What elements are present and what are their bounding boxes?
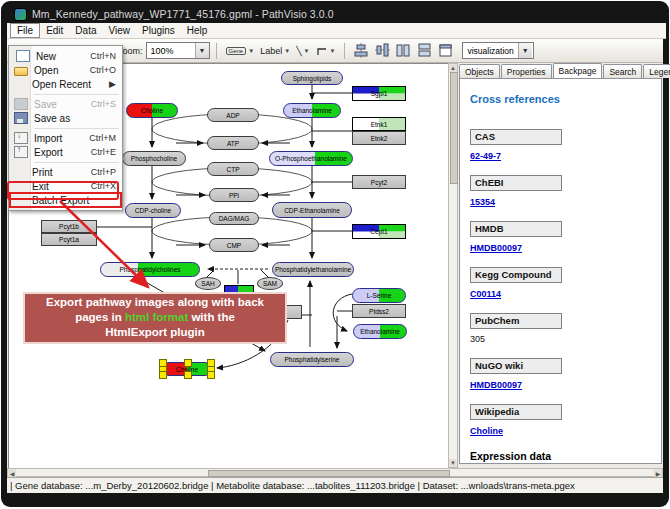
menu-item-exit[interactable]: ExitCtrl+X (10, 179, 121, 193)
node-label: PPi (229, 192, 239, 199)
canvas-horizontal-scrollbar[interactable]: ◀ ▶ (7, 468, 663, 477)
scrollbar-thumb[interactable] (450, 72, 458, 184)
menubar-item-help[interactable]: Help (181, 24, 214, 37)
menu-item-label: Save as (34, 113, 116, 124)
menubar-item-data[interactable]: Data (69, 24, 102, 37)
menubar-item-plugins[interactable]: Plugins (136, 24, 181, 37)
node-adp[interactable]: ADP (207, 108, 259, 122)
section-header: Wikipedia (470, 404, 562, 420)
node-cdp-ethanolamine[interactable]: CDP-Ethanolamine (272, 202, 352, 218)
menu-item-import[interactable]: ImportCtrl+M (10, 131, 121, 145)
xref-link[interactable]: 62-49-7 (470, 151, 501, 163)
scroll-right-icon[interactable]: ▶ (654, 469, 662, 477)
node-sgpl1[interactable]: Sgpl1 (352, 86, 406, 101)
node-etnk2[interactable]: Etnk2 (352, 131, 406, 145)
selection-handle[interactable] (184, 359, 192, 367)
selection-handle[interactable] (184, 371, 192, 379)
menu-item-print[interactable]: PrintCtrl+P (10, 165, 121, 179)
node-cmp[interactable]: CMP (209, 238, 259, 252)
node-label: Pcyt1a (59, 236, 79, 243)
menu-item-label: Print (32, 167, 91, 178)
node-label: Phosphatidylethanolamine (275, 266, 351, 273)
node-choline[interactable]: Choline (126, 103, 178, 118)
chevron-down-icon[interactable]: ▼ (248, 48, 254, 54)
line-tool-button[interactable]: ╲▼ (294, 42, 311, 59)
node-pcyt1a[interactable]: Pcyt1a (41, 233, 97, 246)
chevron-down-icon[interactable]: ▼ (330, 48, 336, 54)
align-center-x-icon[interactable] (354, 43, 369, 58)
menu-item-save-as[interactable]: Save as (10, 111, 121, 125)
node-atp[interactable]: ATP (207, 136, 259, 150)
align-center-y-icon[interactable] (375, 43, 390, 58)
menu-item-save[interactable]: SaveCtrl+S (10, 97, 121, 111)
zoom-combobox[interactable]: 100% ▼ (146, 42, 210, 59)
elbow-connector-button[interactable]: ▼ (314, 42, 338, 59)
node-sphingolipids[interactable]: Sphingolipids (281, 71, 343, 85)
toolbar-separator (344, 43, 345, 59)
xref-link[interactable]: C00114 (470, 289, 501, 301)
menu-item-new[interactable]: NewCtrl+N (10, 49, 121, 63)
xref-link[interactable]: Choline (470, 426, 503, 438)
submenu-arrow-icon: ▶ (109, 79, 121, 89)
menubar-item-file[interactable]: File (10, 23, 40, 38)
menu-item-open[interactable]: OpenCtrl+O (10, 63, 121, 77)
node-phosphatidylserine[interactable]: Phosphatidylserine (270, 352, 354, 367)
menubar-item-view[interactable]: View (102, 24, 136, 37)
add-datanode-button[interactable]: Gene▼ (224, 42, 257, 59)
node-sah[interactable]: SAH (195, 277, 221, 290)
menu-item-batch-export[interactable]: Batch Export (10, 193, 121, 207)
node-label: Pcyt1b (59, 223, 79, 230)
menu-item-open-recent[interactable]: Open Recent▶ (10, 77, 121, 91)
node-phosphatidylcholines[interactable]: Phosphatidylcholines (100, 262, 200, 277)
node-etnk1[interactable]: Etnk1 (352, 117, 406, 131)
menu-item-export[interactable]: ExportCtrl+E (10, 145, 121, 159)
xref-link[interactable]: 15354 (470, 197, 495, 209)
node-label: Phosphatidylcholines (119, 266, 180, 273)
node-pcyt1b[interactable]: Pcyt1b (41, 220, 97, 233)
scroll-left-icon[interactable]: ◀ (8, 469, 16, 477)
tab-objects[interactable]: Objects (459, 64, 500, 78)
node-ethanolamine[interactable]: Ethanolamine (353, 324, 407, 339)
xref-link[interactable]: HMDB00097 (470, 380, 522, 392)
node-ethanolamine[interactable]: Ethanolamine (283, 103, 341, 118)
callout-line: pages in html format with the (25, 310, 285, 325)
node-label: O-Phosphoethanolamine (275, 155, 347, 162)
tab-backpage[interactable]: Backpage (553, 63, 603, 78)
node-ppi[interactable]: PPi (209, 188, 259, 202)
new-window-icon[interactable] (438, 43, 453, 58)
node-choline[interactable]: Choline (162, 362, 212, 376)
tab-legend[interactable]: Legend (643, 64, 670, 78)
chevron-down-icon[interactable]: ▼ (518, 43, 532, 58)
common-width-icon[interactable] (417, 43, 432, 58)
scroll-down-icon[interactable]: ▼ (449, 459, 457, 467)
menubar-item-edit[interactable]: Edit (40, 24, 69, 37)
node-label: Pcyt2 (371, 179, 387, 186)
node-o-phosphoethanolamine[interactable]: O-Phosphoethanolamine (269, 151, 353, 166)
node-ptdss2[interactable]: Ptdss2 (352, 304, 406, 318)
tab-search[interactable]: Search (603, 64, 642, 78)
node-cdp-choline[interactable]: CDP-choline (125, 203, 181, 218)
tab-properties[interactable]: Properties (501, 64, 552, 78)
menu-shortcut: Ctrl+P (91, 167, 121, 177)
node-ctp[interactable]: CTP (207, 162, 259, 176)
scrollbar-thumb[interactable] (208, 470, 450, 477)
node-dag-mag[interactable]: DAG/MAG (209, 212, 259, 225)
visualization-combobox[interactable]: visualization ▼ (462, 42, 534, 59)
chevron-down-icon[interactable]: ▼ (304, 48, 310, 54)
chevron-down-icon[interactable]: ▼ (284, 48, 290, 54)
node-phosphocholine[interactable]: Phosphocholine (122, 151, 186, 166)
node-sam[interactable]: SAM (257, 277, 283, 290)
node-l-serine[interactable]: L-Serine (352, 288, 406, 303)
xref-link[interactable]: HMDB00097 (470, 243, 522, 255)
canvas-vertical-scrollbar[interactable]: ▲ ▼ (448, 63, 458, 468)
common-height-icon[interactable] (396, 43, 411, 58)
node-label: Etnk2 (371, 135, 388, 142)
node-pcyt2[interactable]: Pcyt2 (352, 175, 406, 189)
chevron-down-icon[interactable]: ▼ (195, 43, 209, 58)
scroll-up-icon[interactable]: ▲ (449, 64, 457, 72)
node-cept1[interactable]: Cept1 (352, 224, 406, 239)
selection-handle[interactable] (159, 371, 167, 379)
node-phosphatidylethanolamine[interactable]: Phosphatidylethanolamine (272, 262, 354, 277)
add-label-button[interactable]: Label▼ (258, 42, 292, 59)
selection-handle[interactable] (207, 371, 215, 379)
